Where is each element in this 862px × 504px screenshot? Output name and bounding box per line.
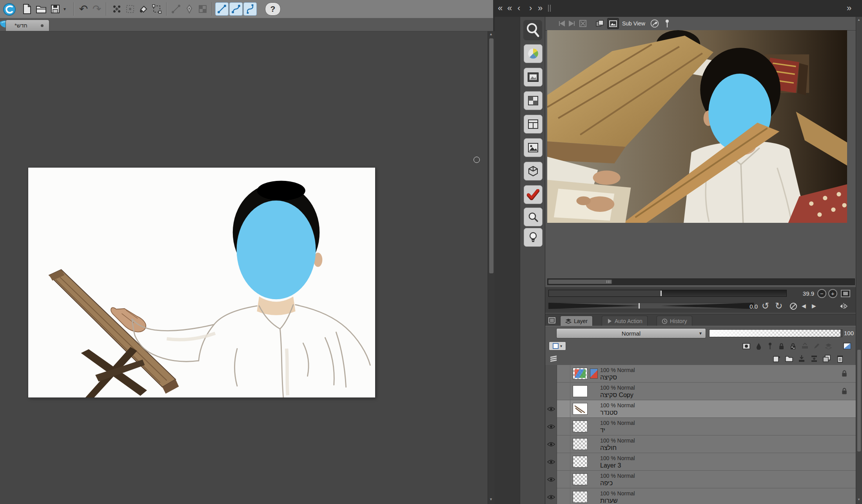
draft-layer-button[interactable] (812, 341, 821, 350)
save-button[interactable] (49, 3, 62, 15)
lock-transparent-button[interactable] (788, 341, 798, 350)
canvas-vertical-scrollbar[interactable]: ▲ ▼ (488, 31, 495, 504)
save-dropdown-caret-icon[interactable]: ▾ (62, 5, 67, 13)
ruler-pen-button[interactable] (183, 3, 196, 15)
fit-screen-button[interactable] (840, 289, 851, 298)
document-canvas[interactable] (28, 168, 375, 397)
snap-ruler-button[interactable] (215, 2, 229, 16)
layer-thumbnail[interactable] (573, 438, 588, 450)
tab-history[interactable]: History (657, 316, 692, 326)
layer-color-button[interactable] (842, 341, 853, 350)
collapse-double-left-icon[interactable]: « (498, 4, 503, 13)
layer-color-chip[interactable] (590, 369, 598, 379)
blend-bucket-button[interactable] (137, 3, 150, 15)
subview-eyedropper-button[interactable] (650, 18, 660, 29)
duplicate-layer-button[interactable] (821, 354, 832, 363)
image-tool-button[interactable] (524, 138, 543, 157)
alpha-lock-button[interactable] (754, 341, 763, 350)
open-file-button[interactable] (34, 3, 48, 15)
right-panel-scrollbar[interactable]: ▲ ▼ (856, 17, 862, 504)
frame-tool-button[interactable] (524, 68, 543, 87)
layer-row[interactable]: 100 % Normal שערות (545, 488, 856, 504)
collapse-double-left-icon[interactable]: « (507, 4, 512, 13)
search-tool-button[interactable] (524, 208, 543, 226)
mask-button[interactable] (741, 341, 751, 350)
reset-rotation-button[interactable] (789, 302, 798, 311)
opacity-slider-handle[interactable] (840, 330, 842, 337)
layer-thumbnail[interactable] (573, 491, 588, 503)
subview-image-viewport[interactable] (547, 30, 847, 223)
blend-mode-select[interactable]: Normal ▾ (556, 328, 706, 338)
step-next-icon[interactable]: ▶ (812, 303, 816, 309)
transfer-down-button[interactable] (796, 354, 807, 363)
tab-layer[interactable]: Layer (560, 316, 593, 326)
layer-row[interactable]: 100 % Normal חולצה (545, 435, 856, 453)
undo-button[interactable]: ↶ (77, 2, 90, 16)
tab-auto-action[interactable]: Auto Action (602, 316, 648, 326)
help-button[interactable]: ? (265, 2, 281, 16)
redo-button[interactable]: ↷ (90, 2, 103, 16)
scroll-up-icon[interactable]: ▲ (857, 18, 860, 22)
visibility-toggle[interactable] (545, 488, 557, 504)
rotation-slider[interactable] (548, 303, 754, 309)
visibility-toggle[interactable] (545, 418, 557, 435)
scrollbar-thumb[interactable] (857, 350, 861, 452)
checker-mode-button[interactable] (196, 3, 209, 15)
scrollbar-thumb[interactable] (489, 38, 494, 273)
new-layer-button[interactable] (771, 354, 782, 363)
panel-grip-icon[interactable] (548, 5, 552, 12)
subview-switch-button[interactable] (595, 19, 605, 28)
pinwheel-tool-button[interactable] (524, 44, 543, 63)
layer-row[interactable]: 100 % Normal יד (545, 418, 856, 435)
clip-below-button[interactable] (800, 341, 809, 350)
collapse-left-icon[interactable]: ‹ (517, 4, 520, 13)
visibility-toggle[interactable] (545, 453, 557, 471)
subview-clear-button[interactable] (578, 19, 588, 28)
expand-right-icon[interactable]: › (529, 4, 532, 13)
tab-close-icon[interactable] (41, 24, 44, 27)
transform-button[interactable] (150, 3, 163, 15)
subview-prev-button[interactable] (557, 19, 566, 28)
scroll-down-icon[interactable]: ▼ (857, 498, 860, 501)
layer-row[interactable]: 100 % Normal סטנדר (545, 400, 856, 418)
layer-row[interactable]: 100 % Normal סקיצה (545, 365, 856, 383)
check-tool-button[interactable] (524, 185, 543, 204)
canvas-area[interactable] (0, 31, 488, 504)
layer-thumbnail[interactable] (573, 421, 588, 432)
layer-thumbnail[interactable] (573, 368, 588, 379)
scrollbar-thumb[interactable] (548, 280, 612, 284)
layer-row[interactable]: 100 % Normal Layer 3 (545, 453, 856, 471)
layer-thumbnail[interactable] (573, 403, 588, 415)
pattern-tool-button[interactable] (524, 91, 543, 110)
scroll-up-icon[interactable]: ▲ (489, 32, 493, 36)
visibility-toggle[interactable] (545, 435, 557, 453)
flip-view-button[interactable] (838, 302, 849, 311)
scroll-down-icon[interactable]: ▼ (489, 497, 493, 501)
visibility-toggle[interactable] (545, 383, 557, 400)
opacity-slider[interactable] (709, 329, 842, 337)
layer-thumbnail[interactable] (573, 473, 588, 485)
delete-layer-button[interactable] (835, 354, 846, 363)
zoom-slider[interactable] (548, 290, 787, 297)
zoom-slider-thumb[interactable] (661, 291, 662, 296)
cube-tool-button[interactable] (524, 162, 543, 181)
lock-layer-button[interactable] (777, 341, 786, 350)
reference-layer-button[interactable] (824, 341, 833, 350)
move-points-button[interactable] (110, 3, 123, 15)
visibility-toggle[interactable] (545, 400, 557, 418)
canvas-tab[interactable]: חדש* (5, 20, 49, 31)
snap-grid-ruler-button[interactable] (243, 2, 257, 16)
layer-row[interactable]: 100 % Normal סקיצה Copy (545, 383, 856, 400)
rotate-cw-icon[interactable]: ↻ (775, 302, 782, 311)
ruler-line-button[interactable] (169, 3, 183, 15)
merge-down-button[interactable] (809, 354, 820, 363)
palette-display-button[interactable]: ▾ (549, 341, 566, 350)
snap-grid-button[interactable] (123, 3, 137, 15)
lamp-tool-button[interactable] (524, 228, 543, 247)
palette-menu-button[interactable] (547, 316, 557, 325)
layout-tool-button[interactable] (524, 115, 543, 134)
subview-horizontal-scrollbar[interactable] (547, 278, 855, 285)
pin-layer-button[interactable] (766, 341, 774, 350)
subview-image-button[interactable] (607, 18, 619, 29)
layer-thumbnail[interactable] (573, 456, 588, 468)
